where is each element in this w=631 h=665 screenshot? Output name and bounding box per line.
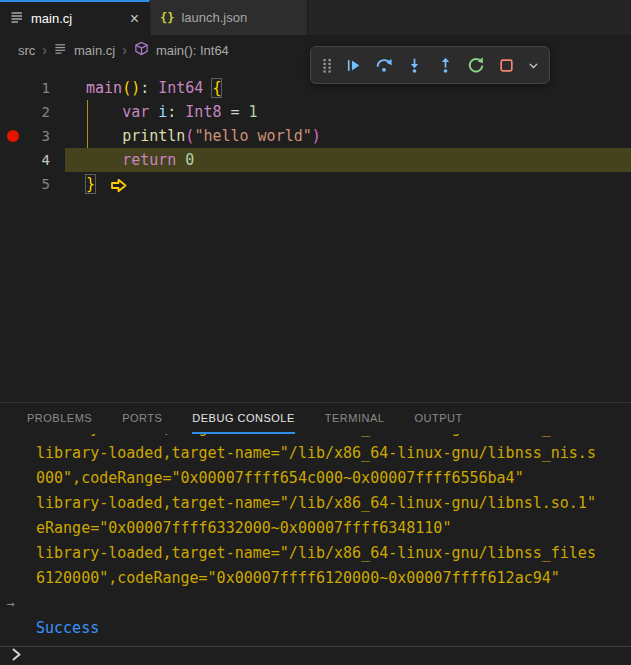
chevron-right-icon — [11, 647, 22, 665]
breakpoint-gutter[interactable] — [0, 76, 28, 100]
console-line: eRange="0x00007ffff6332000~0x00007ffff63… — [0, 516, 631, 541]
clipped-console-line: library-loaded,target-name="/lib/x86_64-… — [0, 434, 631, 441]
tab-main-cj[interactable]: main.cj × — [0, 0, 150, 35]
close-icon[interactable]: × — [130, 11, 139, 27]
step-out-icon[interactable] — [435, 54, 455, 76]
console-line: 6120000",codeRange="0x00007ffff6120000~0… — [0, 566, 631, 591]
vscode-window: main.cj × {} launch.json src › main.cj ›… — [0, 0, 631, 665]
input-echo-arrow-icon — [7, 591, 15, 616]
console-line: 000",codeRange="0x00007ffff654c000~0x000… — [0, 466, 631, 491]
tab-debug-console[interactable]: DEBUG CONSOLE — [192, 403, 294, 434]
console-input-echo: -exec n — [0, 591, 631, 616]
breakpoint-gutter[interactable] — [0, 172, 28, 196]
panel-tab-bar: PROBLEMS PORTS DEBUG CONSOLE TERMINAL OU… — [0, 403, 631, 434]
tab-label: main.cj — [31, 11, 72, 26]
file-lines-icon — [10, 10, 24, 27]
breadcrumb-symbol[interactable]: main(): Int64 — [156, 43, 229, 58]
console-line: library-loaded,target-name="/lib/x86_64-… — [0, 541, 631, 566]
step-into-icon[interactable] — [405, 54, 425, 76]
breadcrumb-file[interactable]: main.cj — [74, 43, 115, 58]
breakpoint-gutter[interactable] — [0, 124, 28, 148]
breakpoint-gutter[interactable] — [0, 148, 28, 172]
line-number: 5 — [28, 172, 50, 196]
line-number: 2 — [28, 100, 50, 124]
restart-icon[interactable] — [465, 54, 485, 76]
line-number: 3 — [28, 124, 50, 148]
code-line-4-current: 4 return 0 — [0, 148, 631, 172]
code-line-5: 5 } — [0, 172, 631, 196]
chevron-right-icon: › — [42, 42, 47, 58]
breadcrumb-src[interactable]: src — [18, 43, 35, 58]
console-line: library-loaded,target-name="/lib/x86_64-… — [0, 491, 631, 516]
tab-terminal[interactable]: TERMINAL — [325, 403, 385, 434]
gripper-icon[interactable] — [320, 54, 334, 76]
file-lines-icon — [54, 42, 67, 58]
line-number: 1 — [28, 76, 50, 100]
continue-icon[interactable] — [344, 54, 364, 76]
tab-label: launch.json — [181, 10, 247, 25]
breakpoint-gutter[interactable] — [0, 100, 28, 124]
chevron-right-icon: › — [122, 42, 127, 58]
stop-icon[interactable] — [496, 54, 516, 76]
symbol-cube-icon — [134, 41, 149, 59]
tab-launch-json[interactable]: {} launch.json — [150, 0, 308, 35]
console-line: library-loaded,target-name="/lib/x86_64-… — [0, 441, 631, 466]
bottom-panel: PROBLEMS PORTS DEBUG CONSOLE TERMINAL OU… — [0, 402, 631, 665]
chevron-down-icon[interactable] — [526, 54, 540, 76]
step-over-icon[interactable] — [374, 54, 394, 76]
debug-console-output[interactable]: library-loaded,target-name="/lib/x86_64-… — [0, 434, 631, 646]
code-editor[interactable]: 1 main(): Int64 { 2 var i: Int8 = 1 3 pr… — [0, 76, 631, 196]
code-line-3: 3 println("hello world") — [0, 124, 631, 148]
console-result: Success — [0, 616, 631, 641]
tab-ports[interactable]: PORTS — [122, 403, 162, 434]
tab-output[interactable]: OUTPUT — [414, 403, 462, 434]
breakpoint-icon[interactable] — [7, 130, 19, 142]
json-braces-icon: {} — [160, 11, 174, 25]
code-line-2: 2 var i: Int8 = 1 — [0, 100, 631, 124]
debug-toolbar — [310, 46, 550, 84]
debug-console-input[interactable] — [0, 646, 631, 665]
editor-tab-bar: main.cj × {} launch.json — [0, 0, 631, 35]
tab-problems[interactable]: PROBLEMS — [27, 403, 92, 434]
